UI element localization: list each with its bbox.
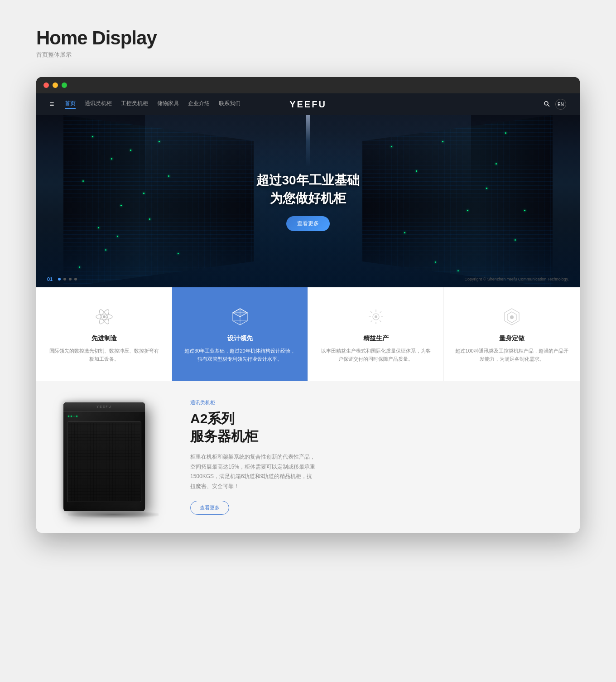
- page-wrapper: Home Display 首页整体展示 ≡ 首页 通讯类机柜 工控类机柜 储物家…: [0, 0, 616, 560]
- hamburger-icon[interactable]: ≡: [50, 100, 54, 108]
- page-subtitle: 首页整体展示: [36, 51, 580, 59]
- svg-point-2: [103, 315, 106, 318]
- page-header: Home Display 首页整体展示: [36, 27, 580, 59]
- product-name: A2系列 服务器机柜: [190, 410, 553, 445]
- atom-icon: [93, 305, 116, 328]
- hexbox-icon: [500, 305, 523, 328]
- nav-link-telecom[interactable]: 通讯类机柜: [85, 100, 112, 109]
- product-cta-button[interactable]: 查看更多: [190, 501, 229, 515]
- hero-title: 超过30年工业基础 为您做好机柜: [256, 171, 359, 207]
- feature-desc-manufacturing: 国际领先的数控激光切割、数控冲压、数控折弯有板加工设备。: [47, 347, 161, 363]
- hero-counter: 01: [47, 276, 53, 282]
- svg-marker-10: [233, 309, 247, 317]
- language-button[interactable]: EN: [555, 99, 566, 110]
- server-cabinet: YEEFU: [63, 402, 145, 511]
- feature-desc-design: 超过30年工业基础，超过20年机体结构设计经验，独有双管型材专利领先行业设计水平…: [183, 347, 297, 363]
- feature-card-production: 精益生产 以丰田精益生产模式和国际化质量保证体系，为客户保证交付的同时保障产品质…: [308, 287, 444, 381]
- nav-link-about[interactable]: 企业介绍: [188, 100, 210, 109]
- hero-dot-1[interactable]: [58, 278, 61, 281]
- hero-dot-3[interactable]: [69, 278, 72, 281]
- cabinet-brand-label: YEEFU: [96, 405, 111, 408]
- product-image-area: YEEFU: [63, 402, 163, 511]
- website-content: ≡ 首页 通讯类机柜 工控类机柜 储物家具 企业介绍 联系我们 YEEFU: [36, 93, 580, 533]
- hero-dots: [58, 278, 77, 281]
- hero-dot-2[interactable]: [63, 278, 66, 281]
- feature-card-design: 设计领先 超过30年工业基础，超过20年机体结构设计经验，独有双管型材专利领先行…: [172, 287, 308, 381]
- feature-title-custom: 量身定做: [499, 334, 525, 343]
- nav-link-furniture[interactable]: 储物家具: [157, 100, 179, 109]
- feature-desc-custom: 超过100种通讯类及工控类机柜产品，超强的产品开发能力，为满足各制化需求。: [455, 347, 569, 363]
- product-section: YEEFU: [36, 381, 580, 532]
- browser-dot-yellow: [53, 82, 58, 88]
- svg-line-1: [548, 105, 550, 106]
- browser-dot-red: [43, 82, 49, 88]
- hero-dot-4[interactable]: [74, 278, 77, 281]
- nav-link-home[interactable]: 首页: [65, 100, 76, 109]
- nav-brand: YEEFU: [289, 99, 327, 110]
- nav-link-contact[interactable]: 联系我们: [219, 100, 241, 109]
- browser-mockup: ≡ 首页 通讯类机柜 工控类机柜 储物家具 企业介绍 联系我们 YEEFU: [36, 77, 580, 533]
- hero-content: 超过30年工业基础 为您做好机柜 查看更多: [256, 171, 359, 231]
- nav-link-industrial[interactable]: 工控类机柜: [121, 100, 148, 109]
- nav-bar: ≡ 首页 通讯类机柜 工控类机柜 储物家具 企业介绍 联系我们 YEEFU: [36, 93, 580, 115]
- feature-card-custom: 量身定做 超过100种通讯类及工控类机柜产品，超强的产品开发能力，为满足各制化需…: [444, 287, 580, 381]
- box3d-icon: [229, 305, 251, 328]
- browser-dot-green: [62, 82, 67, 88]
- nav-links: 首页 通讯类机柜 工控类机柜 储物家具 企业介绍 联系我们: [65, 100, 241, 109]
- product-category: 通讯类机柜: [190, 399, 553, 406]
- feature-title-production: 精益生产: [363, 334, 389, 343]
- feature-title-design: 设计领先: [227, 334, 253, 343]
- hero-footer: 01 Copyright © Shenzhen Yeefu Communicat…: [36, 276, 580, 282]
- hero-copyright: Copyright © Shenzhen Yeefu Communication…: [465, 277, 569, 281]
- search-icon[interactable]: [544, 101, 550, 108]
- page-title: Home Display: [36, 27, 580, 49]
- feature-title-manufacturing: 先进制造: [91, 334, 117, 343]
- svg-point-0: [544, 102, 548, 105]
- gear-icon: [365, 305, 387, 328]
- features-section: 先进制造 国际领先的数控激光切割、数控冲压、数控折弯有板加工设备。: [36, 287, 580, 381]
- product-desc: 柜里在机柜和架架系统的复合性创新的代表性产品，空间拓展最高达15%，柜体需要可以…: [190, 452, 317, 491]
- feature-desc-production: 以丰田精益生产模式和国际化质量保证体系，为客户保证交付的同时保障产品质量。: [319, 347, 433, 363]
- hero-cta-button[interactable]: 查看更多: [286, 216, 330, 231]
- browser-bar: [36, 77, 580, 93]
- product-info: 通讯类机柜 A2系列 服务器机柜 柜里在机柜和架架系统的复合性创新的代表性产品，…: [190, 399, 553, 514]
- svg-point-12: [375, 315, 377, 318]
- svg-point-15: [510, 315, 514, 319]
- hero-section: 超过30年工业基础 为您做好机柜 查看更多 01 Copyright © She…: [36, 115, 580, 287]
- nav-actions: EN: [544, 99, 566, 110]
- feature-card-manufacturing: 先进制造 国际领先的数控激光切割、数控冲压、数控折弯有板加工设备。: [36, 287, 172, 381]
